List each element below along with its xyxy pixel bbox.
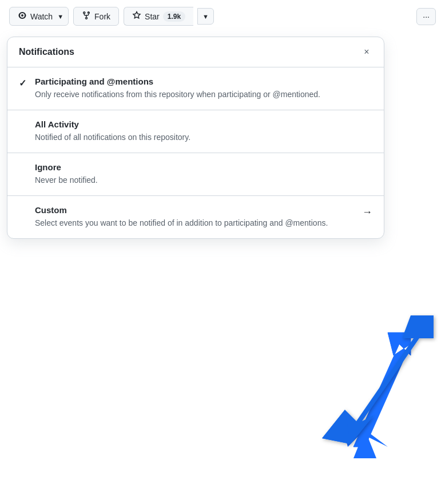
notification-desc-custom: Select events you want to be notified of… (35, 217, 355, 229)
notification-content-participating: Participating and @mentions Only receive… (35, 77, 372, 101)
fork-icon (82, 11, 91, 22)
notification-title-ignore: Ignore (35, 162, 372, 172)
star-icon (132, 11, 141, 22)
repo-toolbar: Watch ▼ Fork Star 1.9k ▼ ··· (0, 0, 445, 33)
notification-content-all-activity: All Activity Notified of all notificatio… (35, 119, 372, 143)
more-options-button[interactable]: ··· (416, 8, 436, 25)
check-mark-ignore (19, 162, 35, 163)
fork-button[interactable]: Fork (73, 7, 119, 26)
notification-item-participating[interactable]: ✓ Participating and @mentions Only recei… (7, 67, 384, 110)
star-label: Star (145, 12, 160, 21)
notifications-panel: Notifications × ✓ Participating and @men… (7, 37, 384, 239)
check-mark-participating: ✓ (19, 77, 35, 89)
notification-content-custom: Custom Select events you want to be noti… (35, 205, 355, 229)
star-dropdown-chevron-icon: ▼ (202, 13, 209, 20)
custom-arrow-icon: → (362, 205, 372, 218)
check-mark-custom (19, 205, 35, 206)
notification-title-participating: Participating and @mentions (35, 77, 372, 86)
more-dots-icon: ··· (423, 12, 430, 21)
panel-title: Notifications (19, 47, 74, 57)
notification-title-all-activity: All Activity (35, 119, 372, 129)
notification-item-all-activity[interactable]: All Activity Notified of all notificatio… (7, 110, 384, 153)
watch-label: Watch (30, 12, 53, 21)
star-button[interactable]: Star 1.9k (124, 7, 193, 26)
fork-label: Fork (94, 12, 110, 21)
notification-item-ignore[interactable]: Ignore Never be notified. (7, 153, 384, 196)
panel-close-button[interactable]: × (361, 46, 372, 58)
notification-desc-participating: Only receive notifications from this rep… (35, 89, 372, 101)
notification-desc-ignore: Never be notified. (35, 174, 372, 186)
star-dropdown-button[interactable]: ▼ (197, 8, 214, 25)
check-mark-all-activity (19, 119, 35, 121)
notification-content-ignore: Ignore Never be notified. (35, 162, 372, 186)
panel-header: Notifications × (7, 37, 384, 67)
watch-button[interactable]: Watch ▼ (9, 7, 69, 26)
notification-desc-all-activity: Notified of all notifications on this re… (35, 131, 372, 143)
star-count-badge: 1.9k (163, 11, 185, 22)
eye-icon (18, 11, 27, 22)
watch-dropdown-chevron: ▼ (57, 13, 63, 20)
notification-title-custom: Custom (35, 205, 355, 215)
notification-item-custom[interactable]: Custom Select events you want to be noti… (7, 196, 384, 238)
